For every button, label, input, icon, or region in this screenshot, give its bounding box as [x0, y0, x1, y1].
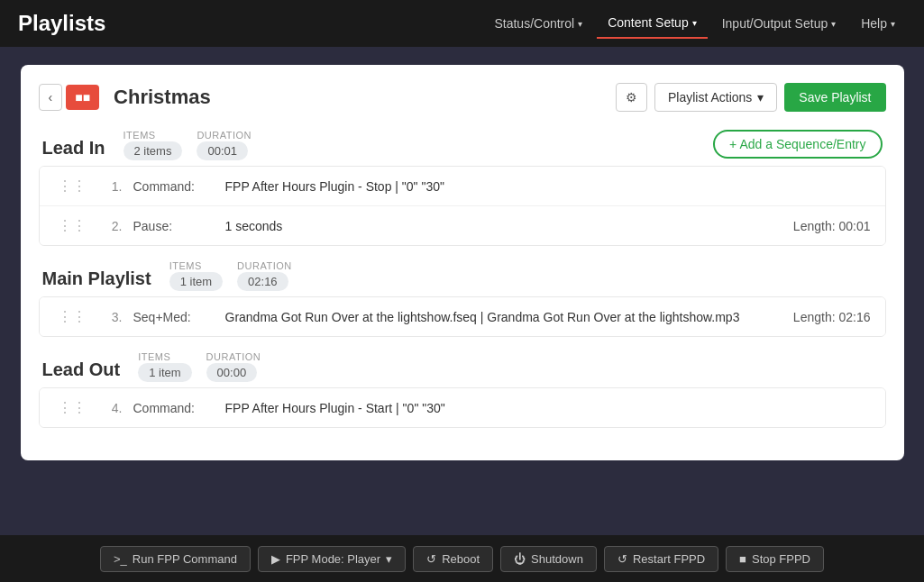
- drag-handle-icon[interactable]: ⋮⋮: [54, 177, 90, 195]
- duration-label: DURATION: [206, 351, 261, 362]
- row-type: Seq+Med:: [133, 310, 215, 324]
- drag-handle-icon[interactable]: ⋮⋮: [54, 308, 90, 325]
- restart-fppd-button[interactable]: ↺ Restart FPPD: [604, 546, 718, 572]
- nav-brand: Playlists: [18, 11, 105, 36]
- row-content: FPP After Hours Plugin - Stop | "0" "30": [225, 179, 871, 194]
- run-fpp-label: Run FPP Command: [133, 552, 237, 566]
- restart-fppd-label: Restart FPPD: [633, 552, 705, 566]
- lead-in-title: Lead In: [42, 138, 105, 159]
- header-actions: ⚙ Playlist Actions ▾ Save Playlist: [616, 83, 886, 112]
- terminal-icon: >_: [114, 552, 127, 566]
- lead-out-rows: ⋮⋮ 4. Command: FPP After Hours Plugin - …: [39, 387, 886, 428]
- row-number: 4.: [101, 401, 123, 415]
- main-playlist-header: Main Playlist ITEMS 1 item DURATION 02:1…: [39, 260, 886, 289]
- dropdown-caret-icon: ▾: [757, 90, 764, 105]
- items-label: ITEMS: [169, 260, 223, 271]
- main-playlist-title: Main Playlist: [42, 268, 151, 289]
- caret-icon: ▾: [692, 18, 697, 28]
- duration-label: DURATION: [237, 260, 292, 271]
- grid-button[interactable]: ■■: [66, 85, 99, 110]
- playlist-title: Christmas: [114, 86, 616, 109]
- main-duration-meta: DURATION 02:16: [237, 260, 292, 289]
- lead-in-meta: ITEMS 2 items DURATION 00:01: [124, 130, 252, 159]
- lead-in-items-meta: ITEMS 2 items: [124, 130, 183, 159]
- lead-out-items-meta: ITEMS 1 item: [138, 351, 191, 380]
- caret-icon: ▾: [578, 19, 582, 29]
- row-type: Command:: [133, 401, 215, 415]
- play-icon: ▶: [271, 552, 280, 566]
- stop-fppd-label: Stop FPPD: [752, 552, 810, 566]
- lead-out-title: Lead Out: [42, 359, 121, 380]
- main-items-value: 1 item: [169, 272, 223, 291]
- restart-icon: ↺: [618, 552, 627, 566]
- table-row: ⋮⋮ 2. Pause: 1 seconds Length: 00:01: [40, 206, 885, 245]
- nav-items: Status/Control ▾ Content Setup ▾ Input/O…: [483, 8, 906, 39]
- main-playlist-section: Main Playlist ITEMS 1 item DURATION 02:1…: [39, 260, 886, 337]
- lead-in-rows: ⋮⋮ 1. Command: FPP After Hours Plugin - …: [39, 166, 886, 246]
- stop-icon: ■: [739, 552, 746, 566]
- bottom-bar: >_ Run FPP Command ▶ FPP Mode: Player ▾ …: [0, 535, 924, 582]
- save-playlist-button[interactable]: Save Playlist: [784, 83, 885, 112]
- drag-handle-icon[interactable]: ⋮⋮: [54, 217, 90, 234]
- lead-out-header: Lead Out ITEMS 1 item DURATION 00:00: [39, 351, 886, 380]
- nav-content-setup[interactable]: Content Setup ▾: [597, 8, 708, 39]
- items-label: ITEMS: [138, 351, 191, 362]
- table-row: ⋮⋮ 1. Command: FPP After Hours Plugin - …: [40, 167, 885, 206]
- header-nav: ‹ ■■: [39, 84, 100, 111]
- fpp-mode-label: FPP Mode: Player: [286, 552, 380, 566]
- duration-label: DURATION: [197, 130, 252, 141]
- fpp-mode-button[interactable]: ▶ FPP Mode: Player ▾: [258, 546, 406, 572]
- lead-in-section: Lead In ITEMS 2 items DURATION 00:01 + A…: [39, 130, 886, 246]
- main-content: ‹ ■■ Christmas ⚙ Playlist Actions ▾ Save…: [0, 47, 924, 535]
- gear-button[interactable]: ⚙: [616, 83, 647, 112]
- playlist-actions-label: Playlist Actions: [668, 90, 752, 105]
- caret-icon: ▾: [891, 19, 895, 29]
- lead-in-duration-value: 00:01: [197, 141, 248, 160]
- lead-in-duration-meta: DURATION 00:01: [197, 130, 252, 159]
- playlist-actions-button[interactable]: Playlist Actions ▾: [654, 83, 777, 112]
- lead-in-items-value: 2 items: [124, 141, 183, 160]
- items-label: ITEMS: [124, 130, 183, 141]
- lead-out-items-value: 1 item: [138, 363, 191, 382]
- row-number: 1.: [101, 179, 123, 194]
- add-sequence-button[interactable]: + Add a Sequence/Entry: [713, 130, 882, 159]
- lead-out-duration-meta: DURATION 00:00: [206, 351, 261, 380]
- main-items-meta: ITEMS 1 item: [169, 260, 223, 289]
- row-type: Command:: [133, 179, 215, 194]
- card-header: ‹ ■■ Christmas ⚙ Playlist Actions ▾ Save…: [39, 83, 886, 112]
- stop-fppd-button[interactable]: ■ Stop FPPD: [726, 546, 824, 572]
- main-playlist-rows: ⋮⋮ 3. Seq+Med: Grandma Got Run Over at t…: [39, 296, 886, 337]
- main-duration-value: 02:16: [237, 272, 288, 291]
- row-length: Length: 00:01: [793, 219, 871, 233]
- shutdown-button[interactable]: ⏻ Shutdown: [500, 546, 597, 572]
- drag-handle-icon[interactable]: ⋮⋮: [54, 399, 90, 416]
- reboot-button[interactable]: ↺ Reboot: [413, 546, 493, 572]
- nav-status-control[interactable]: Status/Control ▾: [483, 9, 593, 38]
- playlist-card: ‹ ■■ Christmas ⚙ Playlist Actions ▾ Save…: [21, 65, 904, 460]
- navbar: Playlists Status/Control ▾ Content Setup…: [0, 0, 924, 47]
- row-number: 2.: [101, 219, 123, 233]
- reboot-icon: ↺: [426, 552, 436, 566]
- power-icon: ⏻: [514, 552, 526, 566]
- caret-icon: ▾: [831, 19, 836, 29]
- row-length: Length: 02:16: [793, 310, 871, 324]
- table-row: ⋮⋮ 3. Seq+Med: Grandma Got Run Over at t…: [40, 297, 885, 336]
- lead-out-meta: ITEMS 1 item DURATION 00:00: [138, 351, 261, 380]
- row-number: 3.: [101, 310, 123, 324]
- shutdown-label: Shutdown: [531, 552, 583, 566]
- table-row: ⋮⋮ 4. Command: FPP After Hours Plugin - …: [40, 388, 885, 427]
- main-playlist-meta: ITEMS 1 item DURATION 02:16: [169, 260, 292, 289]
- lead-out-section: Lead Out ITEMS 1 item DURATION 00:00 ⋮⋮ …: [39, 351, 886, 428]
- row-type: Pause:: [133, 219, 215, 233]
- row-content: FPP After Hours Plugin - Start | "0" "30…: [225, 401, 871, 415]
- row-content: Grandma Got Run Over at the lightshow.fs…: [225, 310, 782, 324]
- dropdown-caret-icon: ▾: [386, 552, 392, 566]
- nav-help[interactable]: Help ▾: [850, 9, 906, 38]
- back-button[interactable]: ‹: [39, 84, 63, 111]
- reboot-label: Reboot: [442, 552, 480, 566]
- lead-out-duration-value: 00:00: [206, 363, 258, 382]
- row-content: 1 seconds: [225, 219, 782, 233]
- run-fpp-command-button[interactable]: >_ Run FPP Command: [100, 546, 251, 572]
- lead-in-header: Lead In ITEMS 2 items DURATION 00:01 + A…: [39, 130, 886, 159]
- nav-io-setup[interactable]: Input/Output Setup ▾: [711, 9, 847, 38]
